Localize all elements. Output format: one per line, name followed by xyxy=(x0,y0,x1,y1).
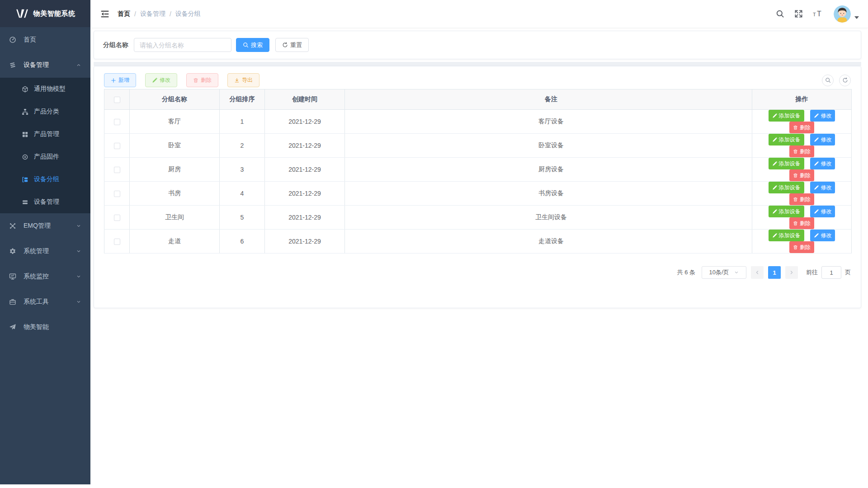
row-edit-button[interactable]: 修改 xyxy=(810,134,835,145)
chevron-down-icon xyxy=(76,249,81,254)
reset-button[interactable]: 重置 xyxy=(275,38,309,52)
show-search-button[interactable] xyxy=(822,75,834,86)
page-number-button[interactable]: 1 xyxy=(768,266,781,279)
edit-icon xyxy=(814,161,819,166)
table-panel: 新增 修改 删除 导出 xyxy=(94,66,861,308)
app-logo[interactable]: 物美智能系统 xyxy=(0,0,90,27)
add-device-button[interactable]: 添加设备 xyxy=(769,230,804,241)
row-checkbox[interactable] xyxy=(114,239,120,245)
select-all-checkbox[interactable] xyxy=(114,97,120,103)
prev-page-button[interactable] xyxy=(751,266,764,279)
refresh-icon xyxy=(282,42,288,48)
sidebar-item-system-monitor[interactable]: 系统监控 xyxy=(0,264,90,289)
edit-icon xyxy=(772,209,777,214)
sidebar-item-emq[interactable]: EMQ管理 xyxy=(0,213,90,239)
header-actions: 操作 xyxy=(752,89,852,110)
add-button[interactable]: 新增 xyxy=(104,73,136,87)
user-menu[interactable] xyxy=(834,5,859,23)
cell-group-order: 5 xyxy=(220,206,265,230)
sidebar-item-system-management[interactable]: 系统管理 xyxy=(0,239,90,264)
table-header-row: 分组名称 分组排序 创建时间 备注 操作 xyxy=(104,89,852,110)
goto-label: 前往 xyxy=(806,268,818,277)
row-checkbox[interactable] xyxy=(114,215,120,221)
plus-icon xyxy=(111,78,116,83)
group-name-input[interactable] xyxy=(134,38,231,52)
table-row: 卫生间 5 2021-12-29 卫生间设备 添加设备 修改 删除 xyxy=(104,206,852,230)
refresh-button[interactable] xyxy=(839,75,851,86)
search-icon[interactable] xyxy=(776,9,784,18)
sidebar-item-device-management[interactable]: 设备管理 xyxy=(0,52,90,78)
row-edit-button[interactable]: 修改 xyxy=(810,110,835,122)
breadcrumb-home[interactable]: 首页 xyxy=(118,10,130,18)
caret-down-icon xyxy=(854,16,859,19)
row-delete-button[interactable]: 删除 xyxy=(789,145,814,157)
toolbox-icon xyxy=(9,298,16,305)
goto-page-input[interactable] xyxy=(821,266,841,279)
delete-button[interactable]: 删除 xyxy=(186,73,218,87)
cell-remark: 厨房设备 xyxy=(345,158,752,182)
export-button[interactable]: 导出 xyxy=(227,73,259,87)
search-panel: 分组名称 搜索 重置 xyxy=(94,31,861,59)
cell-group-order: 4 xyxy=(220,182,265,206)
sidebar-item-system-tools[interactable]: 系统工具 xyxy=(0,289,90,314)
svg-text:T: T xyxy=(817,10,821,18)
trash-icon xyxy=(793,173,798,178)
edit-icon xyxy=(814,233,819,238)
add-device-button[interactable]: 添加设备 xyxy=(769,206,804,217)
row-checkbox[interactable] xyxy=(114,191,120,197)
cell-group-name: 卧室 xyxy=(130,134,220,158)
table-row: 走道 6 2021-12-29 走道设备 添加设备 修改 删除 xyxy=(104,230,852,253)
font-size-icon[interactable]: TT xyxy=(813,10,824,18)
row-delete-button[interactable]: 删除 xyxy=(789,169,814,181)
row-delete-button[interactable]: 删除 xyxy=(789,193,814,205)
row-checkbox[interactable] xyxy=(114,167,120,173)
sidebar-item-product-category[interactable]: 产品分类 xyxy=(0,100,90,123)
row-edit-button[interactable]: 修改 xyxy=(810,158,835,169)
row-checkbox[interactable] xyxy=(114,143,120,149)
sidebar-item-device-list[interactable]: 设备管理 xyxy=(0,191,90,213)
fullscreen-icon[interactable] xyxy=(794,9,803,18)
add-device-button[interactable]: 添加设备 xyxy=(769,134,804,145)
edit-button[interactable]: 修改 xyxy=(145,73,177,87)
row-edit-button[interactable]: 修改 xyxy=(810,206,835,217)
breadcrumb: 首页 / 设备管理 / 设备分组 xyxy=(118,10,201,18)
sidebar-item-common-thing-model[interactable]: 通用物模型 xyxy=(0,78,90,100)
navbar-tools: TT xyxy=(766,5,859,23)
trash-icon xyxy=(793,245,798,250)
add-device-button[interactable]: 添加设备 xyxy=(769,182,804,193)
sidebar-toggle-icon[interactable] xyxy=(100,9,109,19)
next-page-button[interactable] xyxy=(785,266,798,279)
gear-icon xyxy=(9,248,16,255)
row-delete-button[interactable]: 删除 xyxy=(789,122,814,133)
monitor-icon xyxy=(9,273,16,280)
cell-group-order: 6 xyxy=(220,230,265,253)
sidebar-item-product-firmware[interactable]: 产品固件 xyxy=(0,145,90,168)
dashboard-icon xyxy=(9,36,16,43)
row-delete-button[interactable]: 删除 xyxy=(789,241,814,253)
row-edit-button[interactable]: 修改 xyxy=(810,230,835,241)
svg-text:T: T xyxy=(813,12,816,17)
chevron-down-icon xyxy=(76,274,81,279)
sidebar-item-home[interactable]: 首页 xyxy=(0,27,90,52)
table-row: 书房 4 2021-12-29 书房设备 添加设备 修改 删除 xyxy=(104,182,852,206)
sidebar-item-wumei-smart[interactable]: 物美智能 xyxy=(0,314,90,340)
page-size-select[interactable]: 10条/页 xyxy=(702,266,746,279)
device-group-icon xyxy=(22,176,28,183)
page-content: 分组名称 搜索 重置 新增 修改 xyxy=(90,28,868,308)
row-delete-button[interactable]: 删除 xyxy=(789,217,814,229)
sidebar-item-product-management[interactable]: 产品管理 xyxy=(0,123,90,145)
sidebar-item-device-group[interactable]: 设备分组 xyxy=(0,168,90,191)
chevron-right-icon xyxy=(788,269,795,276)
sidebar: 物美智能系统 首页 设备管理 通用物模型 产品分类 产品管理 xyxy=(0,0,90,484)
table-row: 厨房 3 2021-12-29 厨房设备 添加设备 修改 删除 xyxy=(104,158,852,182)
row-checkbox[interactable] xyxy=(114,119,120,125)
avatar[interactable] xyxy=(834,5,851,23)
add-device-button[interactable]: 添加设备 xyxy=(769,110,804,122)
cell-remark: 书房设备 xyxy=(345,182,752,206)
cell-created-time: 2021-12-29 xyxy=(265,206,345,230)
search-icon xyxy=(825,77,831,83)
breadcrumb-device-management: 设备管理 xyxy=(140,10,165,18)
add-device-button[interactable]: 添加设备 xyxy=(769,158,804,169)
search-button[interactable]: 搜索 xyxy=(236,38,269,52)
row-edit-button[interactable]: 修改 xyxy=(810,182,835,193)
